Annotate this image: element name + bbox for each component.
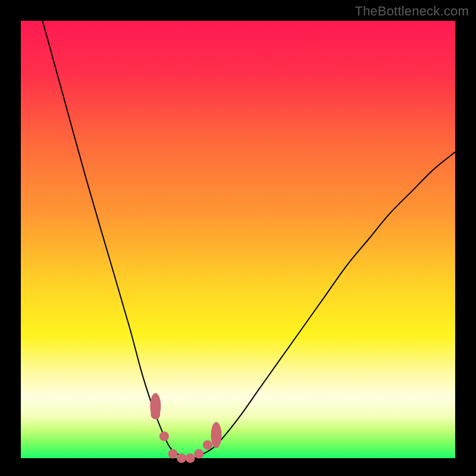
optimal-marker — [194, 449, 203, 459]
optimal-marker-lobe — [150, 393, 161, 419]
optimal-marker — [186, 453, 195, 463]
optimal-marker — [159, 431, 169, 441]
watermark-text: TheBottleneck.com — [355, 4, 469, 19]
optimal-marker — [203, 440, 212, 450]
bottleneck-chart — [0, 0, 476, 476]
optimal-marker-lobe — [211, 422, 222, 448]
plot-area — [21, 21, 455, 458]
chart-stage: TheBottleneck.com — [0, 0, 476, 476]
optimal-marker — [177, 453, 186, 463]
optimal-marker — [168, 449, 178, 459]
